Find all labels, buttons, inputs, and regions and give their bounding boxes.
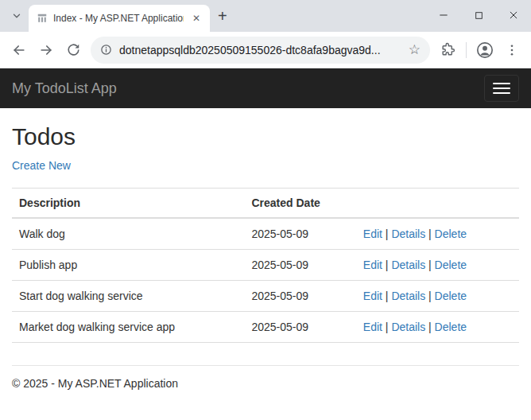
tab-search-chevron-icon[interactable] bbox=[6, 6, 27, 26]
profile-avatar-icon[interactable] bbox=[472, 37, 498, 63]
reload-icon[interactable] bbox=[60, 37, 86, 63]
todo-actions: Edit | Details | Delete bbox=[357, 218, 519, 250]
footer-divider bbox=[12, 365, 519, 366]
tab-favicon-icon bbox=[37, 13, 48, 24]
tab-strip: Index - My ASP.NET Application ✕ + bbox=[0, 0, 531, 32]
page-title: Todos bbox=[12, 123, 519, 150]
address-bar[interactable]: dotnetappsqldb20250509155026-dtc8afa9bag… bbox=[91, 37, 430, 64]
todo-created-date: 2025-05-09 bbox=[245, 281, 356, 312]
browser-tab[interactable]: Index - My ASP.NET Application ✕ bbox=[29, 5, 210, 32]
action-separator: | bbox=[425, 290, 434, 302]
site-navbar: My TodoList App bbox=[0, 68, 531, 108]
hamburger-bar bbox=[493, 92, 510, 94]
minimize-button[interactable] bbox=[426, 0, 461, 30]
brand-link[interactable]: My TodoList App bbox=[12, 80, 117, 97]
action-separator: | bbox=[382, 290, 391, 302]
close-window-button[interactable] bbox=[496, 0, 531, 30]
action-separator: | bbox=[425, 321, 434, 333]
delete-link[interactable]: Delete bbox=[435, 228, 467, 240]
todo-description: Start dog walking service bbox=[12, 281, 245, 312]
forward-icon[interactable] bbox=[33, 37, 59, 63]
edit-link[interactable]: Edit bbox=[363, 228, 382, 240]
todo-actions: Edit | Details | Delete bbox=[357, 250, 519, 281]
edit-link[interactable]: Edit bbox=[363, 290, 382, 302]
table-row: Walk dog2025-05-09Edit | Details | Delet… bbox=[12, 218, 519, 250]
header-created-date: Created Date bbox=[245, 189, 356, 219]
todo-created-date: 2025-05-09 bbox=[245, 312, 356, 343]
edit-link[interactable]: Edit bbox=[363, 259, 382, 271]
table-row: Start dog walking service2025-05-09Edit … bbox=[12, 281, 519, 312]
action-separator: | bbox=[382, 321, 391, 333]
action-separator: | bbox=[425, 259, 434, 271]
edit-link[interactable]: Edit bbox=[363, 321, 382, 333]
site-info-icon[interactable] bbox=[100, 44, 112, 56]
action-separator: | bbox=[382, 228, 391, 240]
delete-link[interactable]: Delete bbox=[435, 321, 467, 333]
todo-description: Market dog walking service app bbox=[12, 312, 245, 343]
site-footer: © 2025 - My ASP.NET Application bbox=[12, 377, 519, 406]
details-link[interactable]: Details bbox=[391, 228, 425, 240]
todo-description: Walk dog bbox=[12, 218, 245, 250]
todo-actions: Edit | Details | Delete bbox=[357, 312, 519, 343]
hamburger-bar bbox=[493, 88, 510, 89]
page-content: Todos Create New Description Created Dat… bbox=[0, 108, 531, 406]
delete-link[interactable]: Delete bbox=[435, 290, 467, 302]
details-link[interactable]: Details bbox=[391, 259, 425, 271]
hamburger-menu-button[interactable] bbox=[484, 75, 519, 102]
table-row: Publish app2025-05-09Edit | Details | De… bbox=[12, 250, 519, 281]
todo-table: Description Created Date Walk dog2025-05… bbox=[12, 188, 519, 343]
bookmark-star-icon[interactable]: ☆ bbox=[409, 43, 421, 56]
browser-menu-icon[interactable] bbox=[499, 37, 525, 63]
maximize-button[interactable] bbox=[461, 0, 496, 30]
header-description: Description bbox=[12, 189, 245, 219]
todo-actions: Edit | Details | Delete bbox=[357, 281, 519, 312]
details-link[interactable]: Details bbox=[391, 290, 425, 302]
table-row: Market dog walking service app2025-05-09… bbox=[12, 312, 519, 343]
browser-window: Index - My ASP.NET Application ✕ + bbox=[0, 0, 531, 420]
url-text[interactable]: dotnetappsqldb20250509155026-dtc8afa9bag… bbox=[119, 44, 401, 56]
header-actions bbox=[357, 189, 519, 219]
action-separator: | bbox=[382, 259, 391, 271]
browser-toolbar: dotnetappsqldb20250509155026-dtc8afa9bag… bbox=[0, 32, 531, 68]
todo-table-body: Walk dog2025-05-09Edit | Details | Delet… bbox=[12, 218, 519, 343]
toolbar-divider bbox=[466, 42, 467, 58]
todo-created-date: 2025-05-09 bbox=[245, 218, 356, 250]
tab-close-icon[interactable]: ✕ bbox=[189, 12, 203, 25]
details-link[interactable]: Details bbox=[391, 321, 425, 333]
table-header-row: Description Created Date bbox=[12, 189, 519, 219]
extensions-icon[interactable] bbox=[435, 37, 460, 63]
todo-created-date: 2025-05-09 bbox=[245, 250, 356, 281]
back-icon[interactable] bbox=[6, 37, 32, 63]
hamburger-bar bbox=[493, 83, 510, 84]
action-separator: | bbox=[425, 228, 434, 240]
new-tab-button[interactable]: + bbox=[218, 8, 227, 24]
delete-link[interactable]: Delete bbox=[435, 259, 467, 271]
create-new-link[interactable]: Create New bbox=[12, 159, 71, 172]
window-controls bbox=[426, 0, 531, 30]
tab-title: Index - My ASP.NET Application bbox=[53, 13, 184, 24]
todo-description: Publish app bbox=[12, 250, 245, 281]
